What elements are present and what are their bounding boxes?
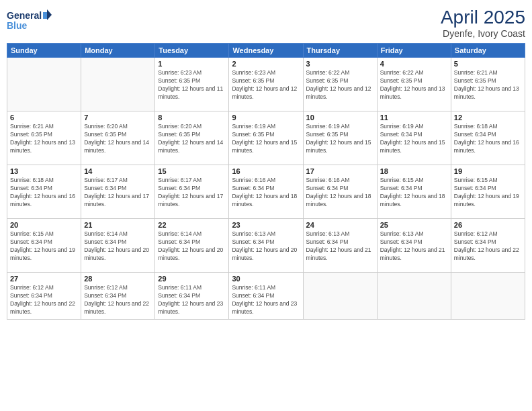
day-number: 15: [158, 167, 226, 175]
table-row: 3Sunrise: 6:22 AMSunset: 6:35 PMDaylight…: [303, 58, 377, 111]
title-block: April 2025 Dyenfe, Ivory Coast: [441, 7, 525, 39]
day-info: Sunrise: 6:16 AMSunset: 6:34 PMDaylight:…: [306, 177, 374, 209]
calendar-table: Sunday Monday Tuesday Wednesday Thursday…: [7, 43, 525, 320]
table-row: 8Sunrise: 6:20 AMSunset: 6:35 PMDaylight…: [155, 111, 229, 165]
header-row: Sunday Monday Tuesday Wednesday Thursday…: [7, 44, 525, 58]
day-number: 30: [232, 275, 300, 283]
day-number: 11: [380, 113, 448, 122]
table-row: 20Sunrise: 6:15 AMSunset: 6:34 PMDayligh…: [7, 219, 81, 273]
table-row: 2Sunrise: 6:23 AMSunset: 6:35 PMDaylight…: [229, 58, 303, 111]
day-number: 16: [232, 167, 300, 175]
day-info: Sunrise: 6:15 AMSunset: 6:34 PMDaylight:…: [10, 230, 78, 263]
day-info: Sunrise: 6:23 AMSunset: 6:35 PMDaylight:…: [158, 69, 226, 101]
table-row: 16Sunrise: 6:16 AMSunset: 6:34 PMDayligh…: [229, 165, 303, 219]
day-number: 22: [158, 221, 226, 229]
day-number: 18: [380, 167, 448, 175]
day-info: Sunrise: 6:14 AMSunset: 6:34 PMDaylight:…: [158, 230, 226, 263]
table-row: 10Sunrise: 6:19 AMSunset: 6:35 PMDayligh…: [303, 111, 377, 165]
day-info: Sunrise: 6:17 AMSunset: 6:34 PMDaylight:…: [158, 177, 226, 209]
day-info: Sunrise: 6:21 AMSunset: 6:35 PMDaylight:…: [10, 123, 78, 155]
day-info: Sunrise: 6:13 AMSunset: 6:34 PMDaylight:…: [380, 230, 448, 263]
day-number: 5: [454, 60, 522, 68]
table-row: 29Sunrise: 6:11 AMSunset: 6:34 PMDayligh…: [155, 273, 229, 320]
table-row: 17Sunrise: 6:16 AMSunset: 6:34 PMDayligh…: [303, 165, 377, 219]
day-info: Sunrise: 6:20 AMSunset: 6:35 PMDaylight:…: [158, 123, 226, 155]
table-row: 24Sunrise: 6:13 AMSunset: 6:34 PMDayligh…: [303, 219, 377, 273]
day-number: 7: [84, 113, 152, 122]
day-number: 21: [84, 221, 152, 229]
day-info: Sunrise: 6:16 AMSunset: 6:34 PMDaylight:…: [232, 177, 300, 209]
day-info: Sunrise: 6:11 AMSunset: 6:34 PMDaylight:…: [158, 284, 226, 316]
day-number: 13: [10, 167, 78, 175]
table-row: 11Sunrise: 6:19 AMSunset: 6:34 PMDayligh…: [377, 111, 451, 165]
svg-marker-3: [47, 9, 52, 20]
table-row: 4Sunrise: 6:22 AMSunset: 6:35 PMDaylight…: [377, 58, 451, 111]
calendar-header: Sunday Monday Tuesday Wednesday Thursday…: [7, 44, 525, 58]
table-row: [7, 58, 81, 111]
day-number: 9: [232, 113, 300, 122]
calendar-row-3: 13Sunrise: 6:18 AMSunset: 6:34 PMDayligh…: [7, 165, 525, 219]
day-number: 17: [306, 167, 374, 175]
day-number: 27: [10, 275, 78, 283]
calendar-row-5: 27Sunrise: 6:12 AMSunset: 6:34 PMDayligh…: [7, 273, 525, 320]
table-row: 5Sunrise: 6:21 AMSunset: 6:35 PMDaylight…: [451, 58, 525, 111]
calendar-row-1: 1Sunrise: 6:23 AMSunset: 6:35 PMDaylight…: [7, 58, 525, 111]
table-row: 25Sunrise: 6:13 AMSunset: 6:34 PMDayligh…: [377, 219, 451, 273]
day-number: 3: [306, 60, 374, 68]
day-number: 8: [158, 113, 226, 122]
logo: General Blue: [7, 7, 54, 35]
table-row: 28Sunrise: 6:12 AMSunset: 6:34 PMDayligh…: [81, 273, 155, 320]
logo-icon: General Blue: [7, 7, 54, 32]
day-info: Sunrise: 6:17 AMSunset: 6:34 PMDaylight:…: [84, 177, 152, 209]
day-number: 25: [380, 221, 448, 229]
day-info: Sunrise: 6:18 AMSunset: 6:34 PMDaylight:…: [10, 177, 78, 209]
table-row: 6Sunrise: 6:21 AMSunset: 6:35 PMDaylight…: [7, 111, 81, 165]
day-info: Sunrise: 6:19 AMSunset: 6:35 PMDaylight:…: [232, 123, 300, 155]
col-thursday: Thursday: [303, 44, 377, 58]
day-info: Sunrise: 6:15 AMSunset: 6:34 PMDaylight:…: [380, 177, 448, 209]
day-number: 28: [84, 275, 152, 283]
day-number: 24: [306, 221, 374, 229]
day-number: 29: [158, 275, 226, 283]
day-info: Sunrise: 6:22 AMSunset: 6:35 PMDaylight:…: [380, 69, 448, 101]
calendar-title: April 2025: [441, 7, 525, 28]
day-number: 6: [10, 113, 78, 122]
day-info: Sunrise: 6:14 AMSunset: 6:34 PMDaylight:…: [84, 230, 152, 263]
day-number: 4: [380, 60, 448, 68]
day-number: 26: [454, 221, 522, 229]
table-row: 30Sunrise: 6:11 AMSunset: 6:34 PMDayligh…: [229, 273, 303, 320]
table-row: 13Sunrise: 6:18 AMSunset: 6:34 PMDayligh…: [7, 165, 81, 219]
col-saturday: Saturday: [451, 44, 525, 58]
svg-text:General: General: [7, 10, 42, 21]
col-sunday: Sunday: [7, 44, 81, 58]
col-friday: Friday: [377, 44, 451, 58]
day-info: Sunrise: 6:12 AMSunset: 6:34 PMDaylight:…: [454, 230, 522, 263]
day-info: Sunrise: 6:19 AMSunset: 6:35 PMDaylight:…: [306, 123, 374, 155]
col-monday: Monday: [81, 44, 155, 58]
header: General Blue April 2025 Dyenfe, Ivory Co…: [7, 7, 525, 39]
table-row: 26Sunrise: 6:12 AMSunset: 6:34 PMDayligh…: [451, 219, 525, 273]
day-info: Sunrise: 6:19 AMSunset: 6:34 PMDaylight:…: [380, 123, 448, 155]
table-row: [451, 273, 525, 320]
table-row: 27Sunrise: 6:12 AMSunset: 6:34 PMDayligh…: [7, 273, 81, 320]
day-info: Sunrise: 6:18 AMSunset: 6:34 PMDaylight:…: [454, 123, 522, 155]
table-row: 21Sunrise: 6:14 AMSunset: 6:34 PMDayligh…: [81, 219, 155, 273]
day-info: Sunrise: 6:21 AMSunset: 6:35 PMDaylight:…: [454, 69, 522, 101]
table-row: 23Sunrise: 6:13 AMSunset: 6:34 PMDayligh…: [229, 219, 303, 273]
table-row: [303, 273, 377, 320]
table-row: 12Sunrise: 6:18 AMSunset: 6:34 PMDayligh…: [451, 111, 525, 165]
day-number: 20: [10, 221, 78, 229]
calendar-row-2: 6Sunrise: 6:21 AMSunset: 6:35 PMDaylight…: [7, 111, 525, 165]
table-row: [377, 273, 451, 320]
calendar-row-4: 20Sunrise: 6:15 AMSunset: 6:34 PMDayligh…: [7, 219, 525, 273]
col-wednesday: Wednesday: [229, 44, 303, 58]
day-info: Sunrise: 6:20 AMSunset: 6:35 PMDaylight:…: [84, 123, 152, 155]
day-info: Sunrise: 6:11 AMSunset: 6:34 PMDaylight:…: [232, 284, 300, 316]
table-row: 22Sunrise: 6:14 AMSunset: 6:34 PMDayligh…: [155, 219, 229, 273]
day-info: Sunrise: 6:12 AMSunset: 6:34 PMDaylight:…: [84, 284, 152, 316]
table-row: [81, 58, 155, 111]
page: General Blue April 2025 Dyenfe, Ivory Co…: [0, 0, 532, 411]
day-number: 10: [306, 113, 374, 122]
calendar-body: 1Sunrise: 6:23 AMSunset: 6:35 PMDaylight…: [7, 58, 525, 320]
day-info: Sunrise: 6:12 AMSunset: 6:34 PMDaylight:…: [10, 284, 78, 316]
